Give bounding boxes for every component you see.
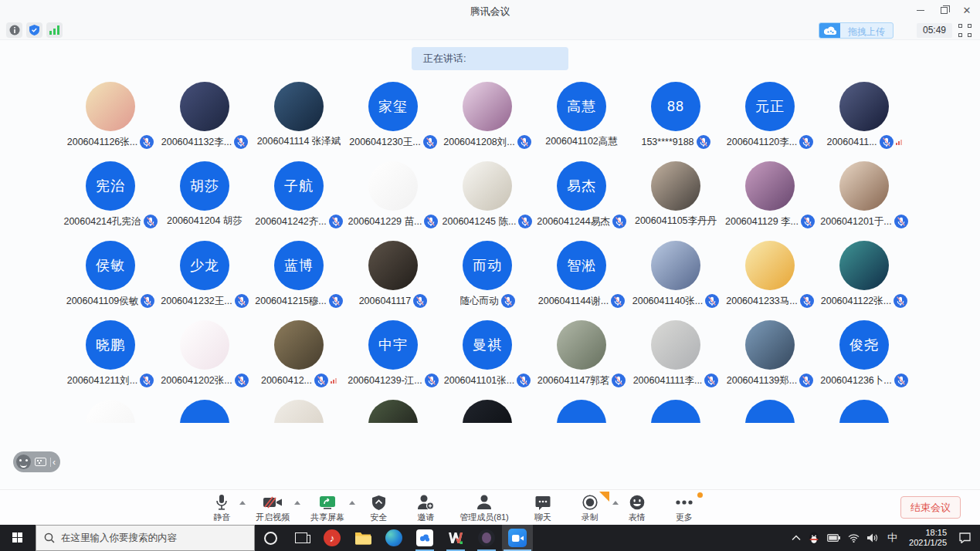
drag-upload-button[interactable]: 拖拽上传	[819, 22, 894, 39]
security-status-icon[interactable]	[26, 22, 42, 38]
participant-tile[interactable]	[629, 400, 723, 423]
participant-avatar: 少龙	[180, 241, 229, 290]
reaction-pill[interactable]: ‹	[13, 451, 60, 472]
participant-name: 2006041111李...	[633, 374, 703, 387]
participant-tile[interactable]: 2006041202张...	[158, 320, 252, 400]
cortana-icon[interactable]	[255, 525, 286, 551]
participant-tile[interactable]: 2006041129 李...	[723, 161, 817, 241]
participant-tile[interactable]: 2006041147郭茗	[534, 320, 629, 400]
participant-name: 2006041233马...	[726, 295, 797, 308]
participant-tile[interactable]: 易杰 2006041244易杰	[534, 161, 629, 241]
tencent-meeting-icon[interactable]	[502, 525, 533, 551]
invite-button[interactable]: 邀请	[412, 493, 439, 523]
participant-name: 随心而动	[460, 295, 499, 308]
qq-tray-icon[interactable]	[805, 525, 823, 551]
wifi-icon[interactable]	[844, 525, 863, 551]
qq-app-icon[interactable]	[471, 525, 502, 551]
minimize-button[interactable]	[909, 0, 932, 20]
participant-avatar	[86, 400, 135, 423]
keyboard-icon[interactable]	[35, 458, 46, 466]
tray-chevron-icon[interactable]	[788, 525, 805, 551]
participant-tile[interactable]: 2006041111李...	[629, 320, 723, 400]
participant-tile[interactable]: 中宇 2006041239-江...	[346, 320, 440, 400]
participant-tile[interactable]: 2006041117	[346, 241, 440, 320]
participant-tile[interactable]: 曼祺 2006041101张...	[440, 320, 534, 400]
participant-tile[interactable]: 子航 2006041242齐...	[252, 161, 346, 241]
speaker-icon[interactable]	[863, 525, 882, 551]
participant-tile[interactable]: 俊尧 2006041236卜...	[817, 320, 911, 400]
end-meeting-button[interactable]: 结束会议	[900, 496, 961, 519]
participant-tile[interactable]: 胡莎 2006041204 胡莎	[158, 161, 252, 241]
ime-indicator[interactable]: 中	[882, 525, 903, 551]
participant-tile[interactable]: 2006041122张...	[817, 241, 911, 320]
participant-tile[interactable]: 2006041126张...	[63, 82, 158, 161]
participant-tile[interactable]: 2006041105李丹丹	[629, 161, 723, 241]
participant-tile[interactable]	[252, 400, 346, 423]
camera-off-icon	[263, 493, 283, 512]
chevron-up-icon[interactable]	[612, 501, 619, 505]
participant-tile[interactable]: 宪治 200604214孔宪治	[63, 161, 158, 241]
participant-tile[interactable]: 20060412...	[252, 320, 346, 400]
chevron-up-icon[interactable]	[349, 501, 355, 505]
participant-tile[interactable]: 88 153****9188	[629, 82, 723, 161]
more-button[interactable]: 更多	[671, 493, 697, 523]
tencent-docs-icon[interactable]	[409, 525, 440, 551]
security-button[interactable]: 安全	[365, 493, 392, 523]
participant-tile[interactable]: 20060411...	[817, 82, 911, 161]
wps-icon[interactable]	[440, 525, 471, 551]
emoji-button[interactable]: 表情	[624, 493, 650, 523]
manage-members-button[interactable]: 管理成员(81)	[459, 493, 509, 523]
emoji-quick-icon[interactable]	[16, 455, 31, 469]
participant-tile[interactable]: 2006041229 苗...	[346, 161, 440, 241]
taskbar-clock[interactable]: 18:15 2021/1/25	[903, 528, 953, 548]
participant-tile[interactable]: 元正 2006041120李...	[723, 82, 817, 161]
taskbar-search[interactable]: 在这里输入你要搜索的内容	[36, 525, 255, 551]
participant-tile[interactable]: 2006041139郑...	[723, 320, 817, 400]
participant-tile[interactable]: 2006041132李...	[158, 82, 252, 161]
chevron-up-icon[interactable]	[239, 501, 246, 505]
participant-tile[interactable]: 少龙 2006041232王...	[158, 241, 252, 320]
action-center-icon[interactable]	[953, 525, 980, 551]
mute-button[interactable]: 静音	[209, 493, 235, 523]
participant-tile[interactable]: 2006041114 张泽斌	[252, 82, 346, 161]
participant-tile[interactable]	[817, 400, 911, 423]
participant-tile[interactable]: 2006041233马...	[723, 241, 817, 320]
network-signal-icon[interactable]	[46, 22, 63, 38]
meeting-info-icon[interactable]	[6, 22, 22, 38]
fullscreen-button[interactable]	[958, 24, 972, 37]
toolbar-label: 管理成员(81)	[459, 512, 509, 523]
edge-icon[interactable]	[378, 525, 409, 551]
participant-tile[interactable]	[63, 400, 158, 423]
participant-tile[interactable]	[346, 400, 440, 423]
participant-tile[interactable]: 2006041208刘...	[440, 82, 534, 161]
participant-tile[interactable]: 高慧 2006041102高慧	[534, 82, 629, 161]
participant-tile[interactable]: 蓝博 2006041215穆...	[252, 241, 346, 320]
file-explorer-icon[interactable]	[348, 525, 378, 551]
record-button[interactable]: 录制	[577, 493, 603, 523]
participant-tile[interactable]: 智淞 2006041144谢...	[534, 241, 629, 320]
participant-tile[interactable]: 侯敏 2006041109侯敏	[63, 241, 158, 320]
chevron-up-icon[interactable]	[294, 501, 300, 505]
task-view-icon[interactable]	[286, 525, 317, 551]
restore-button[interactable]	[932, 0, 955, 20]
participant-tile[interactable]: 2006041140张...	[629, 241, 723, 320]
close-button[interactable]: ✕	[955, 0, 978, 20]
participant-tile[interactable]	[723, 400, 817, 423]
participant-tile[interactable]	[440, 400, 534, 423]
participant-tile[interactable]: 晓鹏 2006041211刘...	[63, 320, 158, 400]
netease-music-icon[interactable]: ♪	[317, 525, 348, 551]
participant-tile[interactable]: 而动 随心而动	[440, 241, 534, 320]
battery-icon[interactable]	[823, 525, 844, 551]
share-screen-button[interactable]: 共享屏幕	[310, 493, 344, 523]
start-button[interactable]	[0, 525, 36, 551]
collapse-chevron-icon[interactable]: ‹	[50, 458, 56, 467]
start-video-button[interactable]: 开启视频	[256, 493, 290, 523]
participant-tile[interactable]: 家玺 2006041230王...	[346, 82, 440, 161]
participant-tile[interactable]: 2006041245 陈...	[440, 161, 534, 241]
participant-tile[interactable]: 2006041201于...	[817, 161, 911, 241]
more-notification-dot	[697, 492, 703, 498]
windows-logo-icon	[12, 532, 23, 543]
chat-button[interactable]: 聊天	[530, 493, 556, 523]
participant-tile[interactable]	[534, 400, 629, 423]
participant-tile[interactable]	[158, 400, 252, 423]
